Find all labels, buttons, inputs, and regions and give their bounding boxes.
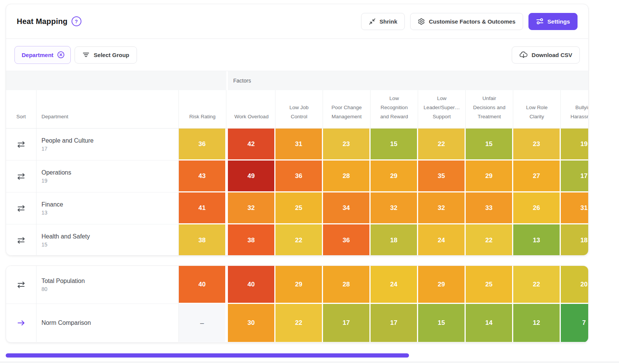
select-group-button[interactable]: Select Group <box>75 46 137 64</box>
table-row: People and Culture17364231231522152319 <box>6 129 588 161</box>
customise-factors-button[interactable]: Customise Factors & Outcomes <box>410 13 523 30</box>
filter-chip-label: Department <box>22 52 53 58</box>
heat-cell: 25 <box>466 266 513 304</box>
heat-cell: 15 <box>466 129 513 161</box>
heat-cell: 24 <box>371 266 418 304</box>
norm-arrow-icon[interactable] <box>6 304 37 342</box>
row-name: Finance <box>41 201 63 208</box>
column-header-sort: Sort <box>6 90 37 128</box>
filter-chip-department[interactable]: Department <box>14 46 71 64</box>
filter-toolbar: Department Select Group Download CSV <box>6 39 588 71</box>
column-header-factor: Bullying Harassment <box>561 90 589 128</box>
row-label-cell: Operations19 <box>37 161 179 192</box>
heat-cell: 12 <box>513 304 561 342</box>
heat-cell: 22 <box>275 224 323 256</box>
heat-cell: 30 <box>228 304 275 342</box>
row-count: 19 <box>41 178 48 184</box>
heat-cell: 23 <box>513 129 561 161</box>
column-header-factor: Low Recognition and Reward <box>371 90 418 128</box>
heat-cell: 49 <box>228 161 275 192</box>
heat-cell: 18 <box>371 224 418 256</box>
download-csv-button[interactable]: Download CSV <box>512 46 580 64</box>
filter-lines-icon <box>82 52 90 58</box>
horizontal-scrollbar-thumb[interactable] <box>6 353 409 358</box>
shrink-icon <box>369 18 376 25</box>
row-name: Operations <box>41 169 71 176</box>
heat-cell: 15 <box>418 304 466 342</box>
summary-rows: Total Population80404029282429252220Norm… <box>6 266 588 342</box>
heat-cell: 22 <box>466 224 513 256</box>
page-title: Heat Mapping <box>17 17 68 26</box>
chip-close-icon[interactable] <box>57 51 65 59</box>
heat-cell: 32 <box>371 192 418 224</box>
heat-cell: 17 <box>323 304 371 342</box>
heat-cell: 36 <box>275 161 323 192</box>
column-header-factor: Low Role Clarity <box>513 90 561 128</box>
heat-cell: 29 <box>371 161 418 192</box>
row-sort-icon[interactable] <box>6 266 37 304</box>
heat-cell: 34 <box>323 192 371 224</box>
row-sort-icon[interactable] <box>6 224 37 256</box>
row-sort-icon[interactable] <box>6 161 37 192</box>
table-row: Operations19434936282935292717 <box>6 161 588 192</box>
row-count: 13 <box>41 210 48 216</box>
factors-group-header: Factors <box>228 71 588 90</box>
heat-cell: 23 <box>323 129 371 161</box>
row-name: Norm Comparison <box>41 319 91 326</box>
heat-cell: 20 <box>561 266 589 304</box>
table-row: Total Population80404029282429252220 <box>6 266 588 304</box>
heat-cell: 29 <box>466 161 513 192</box>
heat-cell: 32 <box>418 192 466 224</box>
settings-button[interactable]: Settings <box>528 13 578 30</box>
risk-rating-cell: 38 <box>179 224 226 256</box>
heat-cell: 18 <box>561 224 589 256</box>
heat-cell: 29 <box>275 266 323 304</box>
heat-cell: 13 <box>513 224 561 256</box>
page-bottom-divider <box>0 362 619 362</box>
column-header-risk-rating: Risk Rating <box>179 90 226 128</box>
row-name: Health and Safety <box>41 233 90 240</box>
download-csv-label: Download CSV <box>531 52 572 58</box>
settings-label: Settings <box>547 18 570 25</box>
heat-cell: 19 <box>561 129 589 161</box>
row-name: Total Population <box>41 278 85 285</box>
header-bar: Heat Mapping ? Shrink Customise Factors … <box>6 4 588 39</box>
table-row: Health and Safety15383822361824221318 <box>6 224 588 256</box>
row-label-cell: Health and Safety15 <box>37 224 179 256</box>
sliders-icon <box>536 18 544 25</box>
heat-cell: 42 <box>228 129 275 161</box>
heat-cell: 15 <box>371 129 418 161</box>
heat-cell: 38 <box>228 224 275 256</box>
row-sort-icon[interactable] <box>6 129 37 161</box>
cloud-download-icon <box>519 51 528 59</box>
summary-card: Total Population80404029282429252220Norm… <box>6 265 589 343</box>
heat-cell: 32 <box>228 192 275 224</box>
column-header-factor: Poor Change Management <box>323 90 371 128</box>
risk-rating-cell: – <box>179 304 226 342</box>
gear-icon <box>418 18 425 25</box>
heat-cell: 36 <box>323 224 371 256</box>
risk-rating-cell: 43 <box>179 161 226 192</box>
column-header-factor: Low Leader/Super… Support <box>418 90 466 128</box>
customise-label: Customise Factors & Outcomes <box>429 18 516 25</box>
column-header-factor: Unfair Decisions and Treatment <box>466 90 513 128</box>
row-label-cell: Norm Comparison <box>37 304 179 342</box>
help-icon[interactable]: ? <box>72 16 81 26</box>
group-header-left <box>6 71 226 90</box>
shrink-button[interactable]: Shrink <box>361 13 405 30</box>
heat-cell: 28 <box>323 161 371 192</box>
heat-cell: 31 <box>275 129 323 161</box>
risk-rating-cell: 40 <box>179 266 226 304</box>
heat-cell: 27 <box>513 161 561 192</box>
risk-rating-cell: 41 <box>179 192 226 224</box>
heat-cell: 26 <box>513 192 561 224</box>
table-row: Finance13413225343232332631 <box>6 192 588 224</box>
heat-cell: 35 <box>418 161 466 192</box>
heat-cell: 24 <box>418 224 466 256</box>
heat-mapping-card: Heat Mapping ? Shrink Customise Factors … <box>6 4 589 256</box>
heat-cell: 7 <box>561 304 589 342</box>
row-count: 80 <box>41 286 48 292</box>
column-header-factor: Work Overload <box>228 90 275 128</box>
row-label-cell: Total Population80 <box>37 266 179 304</box>
row-sort-icon[interactable] <box>6 192 37 224</box>
